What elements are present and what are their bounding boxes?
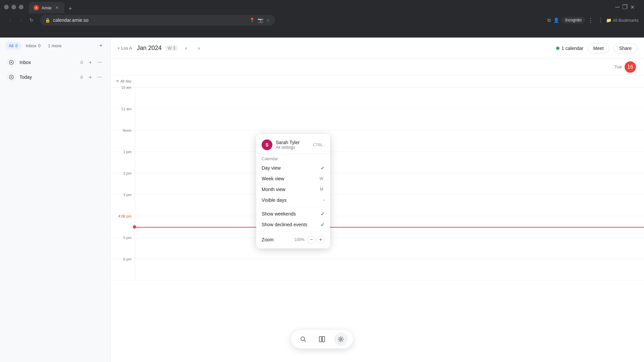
- time-cell-1pm[interactable]: [135, 152, 644, 173]
- calendar-next-button[interactable]: ›: [194, 44, 204, 53]
- profile-icon[interactable]: 👤: [553, 17, 559, 23]
- camera-off-icon: 📷: [258, 17, 263, 23]
- today-icon: [7, 72, 16, 82]
- zoom-minus-button[interactable]: −: [307, 236, 315, 244]
- settings-item-visible-days[interactable]: Visible days ›: [256, 195, 330, 205]
- time-cell-noon[interactable]: [135, 130, 644, 152]
- address-bar-row: ‹ › ↻ 🔒 calendar.amie.so 📍 📷 ☆ ⧉ 👤 Incog…: [0, 14, 644, 26]
- sidebar-tab-all[interactable]: All 0: [5, 42, 21, 50]
- layout-toolbar-button[interactable]: [315, 333, 329, 346]
- all-settings-link[interactable]: All settings: [276, 145, 310, 150]
- visible-days-arrow: ›: [323, 198, 325, 202]
- settings-item-show-weekends[interactable]: Show weekends ✓: [256, 208, 330, 219]
- time-cell-5pm[interactable]: [135, 238, 644, 259]
- share-button[interactable]: Share: [613, 43, 637, 53]
- time-label-5pm: 5 pm: [111, 235, 135, 256]
- time-slot-noon: Noon: [111, 130, 644, 152]
- more-menu-icon[interactable]: ⋮: [588, 16, 594, 24]
- time-cell-2pm[interactable]: [135, 173, 644, 194]
- time-slot-6pm: 6 pm: [111, 259, 644, 281]
- user-name: Sarah Tyler: [276, 140, 310, 145]
- today-more-button[interactable]: ⋯: [96, 73, 104, 81]
- settings-divider-1: [256, 207, 330, 207]
- active-tab[interactable]: A Amie ✕: [29, 2, 64, 13]
- current-time-dot: [133, 225, 136, 229]
- star-icon[interactable]: ☆: [266, 17, 270, 23]
- day-view-check: ✓: [321, 165, 325, 171]
- calendar-title: Jan 2024: [137, 45, 162, 52]
- time-cell-11am[interactable]: [135, 109, 644, 130]
- meet-button[interactable]: Meet: [588, 43, 609, 53]
- calendar-count-indicator[interactable]: 1 calendar: [556, 46, 583, 51]
- add-location-label[interactable]: + Los A: [117, 46, 132, 51]
- settings-item-week-view[interactable]: Week view W: [256, 173, 330, 184]
- time-cell-3pm[interactable]: [135, 195, 644, 216]
- extensions-icon[interactable]: ⧉: [547, 17, 551, 23]
- all-day-text: All day: [119, 79, 131, 83]
- window-minimize-button[interactable]: [11, 5, 16, 9]
- time-slot-2pm: 2 pm: [111, 173, 644, 195]
- address-bar[interactable]: 🔒 calendar.amie.so 📍 📷 ☆: [40, 15, 275, 25]
- settings-section-header-calendar: Calendar: [256, 154, 330, 163]
- window-close-button[interactable]: [4, 5, 9, 9]
- all-day-label: ✕ All day: [111, 79, 135, 83]
- current-time-line: [135, 227, 644, 228]
- all-bookmarks-label[interactable]: All Bookmarks: [613, 18, 639, 23]
- restore-window-icon[interactable]: ❐: [622, 3, 628, 11]
- time-label-10am: 10 am: [111, 85, 135, 106]
- time-label-11am: 11 am: [111, 106, 135, 127]
- forward-button[interactable]: ›: [16, 15, 25, 25]
- settings-dropdown: S Sarah Tyler All settings CTRL , Calend…: [256, 134, 330, 248]
- refresh-button[interactable]: ↻: [27, 15, 36, 25]
- inbox-more-button[interactable]: ⋯: [96, 58, 104, 66]
- settings-item-day-view[interactable]: Day view ✓: [256, 163, 330, 173]
- time-slot-5pm: 5 pm: [111, 238, 644, 259]
- show-declined-events-check: ✓: [321, 222, 325, 227]
- zoom-plus-button[interactable]: +: [317, 236, 325, 244]
- day-view-label: Day view: [262, 165, 321, 171]
- minimize-window-icon[interactable]: ─: [615, 4, 620, 11]
- back-button[interactable]: ‹: [5, 15, 15, 25]
- settings-item-month-view[interactable]: Month view M: [256, 184, 330, 195]
- search-toolbar-button[interactable]: [297, 333, 310, 346]
- settings-toolbar-button[interactable]: [334, 333, 347, 346]
- settings-user-section[interactable]: S Sarah Tyler All settings CTRL ,: [256, 136, 330, 154]
- show-weekends-label: Show weekends: [262, 211, 321, 217]
- user-avatar: S: [262, 139, 272, 150]
- sidebar-tab-more[interactable]: 1 more: [45, 42, 64, 50]
- time-label-noon: Noon: [111, 128, 135, 149]
- today-add-button[interactable]: +: [86, 73, 94, 81]
- show-declined-events-label: Show declined events: [262, 222, 321, 227]
- day-column-header: Tue 16: [135, 61, 644, 73]
- window-maximize-button[interactable]: [19, 5, 23, 9]
- inbox-icon: [7, 58, 16, 67]
- svg-point-7: [340, 338, 342, 340]
- calendar-dot: [556, 47, 559, 50]
- sidebar-add-button[interactable]: +: [97, 42, 105, 50]
- time-label-1pm: 1 pm: [111, 149, 135, 170]
- day-name: Tue: [614, 64, 622, 69]
- calendar-prev-button[interactable]: ‹: [181, 44, 191, 53]
- month-view-label: Month view: [262, 187, 320, 192]
- close-window-icon[interactable]: ✕: [630, 4, 635, 10]
- svg-rect-6: [322, 337, 325, 342]
- time-cell-6pm[interactable]: [135, 259, 644, 280]
- sidebar-section-inbox[interactable]: Inbox 0 + ⋯: [5, 55, 105, 70]
- all-day-cell[interactable]: [135, 75, 644, 87]
- time-label-3pm: 3 pm: [111, 192, 135, 213]
- bookmarks-folder-icon: 📁: [606, 18, 611, 23]
- time-cell-10am[interactable]: [135, 87, 644, 109]
- tab-close-button[interactable]: ✕: [54, 5, 60, 10]
- sidebar-section-today[interactable]: Today 0 + ⋯: [5, 70, 105, 84]
- day-header-row: Tue 16: [111, 59, 644, 75]
- window-controls: [4, 5, 23, 9]
- inbox-add-button[interactable]: +: [86, 58, 94, 66]
- time-label-current: 4:06 pm: [111, 214, 135, 235]
- calendar-count-label: 1 calendar: [561, 46, 583, 51]
- new-tab-button[interactable]: +: [66, 4, 75, 13]
- sidebar-tab-inbox[interactable]: Inbox 0: [22, 42, 44, 50]
- settings-item-show-declined-events[interactable]: Show declined events ✓: [256, 219, 330, 230]
- zoom-percentage: 100%: [294, 237, 305, 242]
- inbox-label: Inbox: [19, 60, 77, 65]
- svg-point-1: [11, 62, 12, 63]
